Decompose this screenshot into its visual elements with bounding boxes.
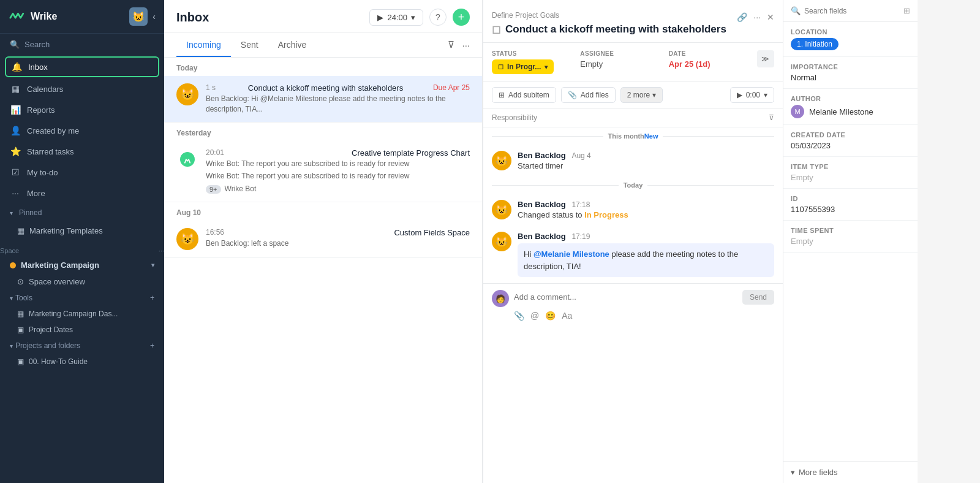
calendar-icon: ▦	[10, 84, 21, 94]
link-icon[interactable]: 🔗	[737, 12, 747, 22]
field-item-type: Item type Empty	[783, 157, 918, 189]
more-actions-button[interactable]: 2 more ▾	[620, 87, 663, 103]
message-content: 16:56 Custom Fields Space Ben Backlog: l…	[206, 228, 470, 250]
activity-item: 😺 Ben Backlog 17:19 Hi @Melanie Mileston…	[483, 226, 783, 283]
sidebar-item-inbox[interactable]: 🔔 Inbox	[5, 56, 159, 77]
activity-user: Ben Backlog	[518, 200, 566, 209]
add-files-button[interactable]: 📎 Add files	[561, 87, 616, 103]
project-icon: ▣	[17, 357, 24, 366]
field-location: Location 1. Initiation	[783, 22, 918, 57]
mention-icon[interactable]: @	[530, 311, 539, 321]
sidebar-item-calendars[interactable]: ▦ Calendars	[0, 78, 164, 99]
font-size-icon[interactable]: Aa	[562, 311, 572, 321]
comment-tools: 📎 @ 😊 Aa	[492, 307, 774, 321]
sidebar-item-reports[interactable]: 📊 Reports	[0, 99, 164, 120]
status-value: In Progr...	[507, 63, 541, 71]
date-header-aug10: Aug 10	[164, 202, 482, 221]
activity-content: Ben Backlog Aug 4 Started timer	[518, 151, 774, 170]
chevron-down-icon: ▾	[545, 64, 548, 70]
date-value[interactable]: Apr 25 (1d)	[669, 59, 751, 69]
add-button[interactable]: +	[453, 9, 470, 26]
sidebar-item-more[interactable]: ··· More	[0, 183, 164, 203]
message-content: 20:01 Creative template Progress Chart W…	[206, 148, 470, 194]
search-icon: 🔍	[10, 40, 20, 49]
paperclip-icon: 📎	[568, 91, 577, 99]
pinned-label: Pinned	[19, 208, 42, 217]
main-header: Inbox ▶ 24:00 ▾ ? +	[164, 0, 482, 32]
message-task: Creative template Progress Chart	[352, 148, 470, 158]
comment-input-area: 🧑 Send 📎 @ 😊 Aa	[483, 283, 783, 327]
main-content: Inbox ▶ 24:00 ▾ ? + Incoming Sent Archiv…	[164, 0, 483, 483]
fields-search: 🔍 ⊞	[783, 0, 918, 22]
chevron-down-icon: ▾	[10, 295, 13, 302]
activity-time: 17:19	[571, 232, 590, 241]
sidebar-item-dashboard[interactable]: ▦ Marketing Campaign Das...	[0, 306, 164, 322]
filter-icon[interactable]: ⊽	[448, 39, 454, 50]
fields-search-input[interactable]	[804, 7, 900, 15]
close-icon[interactable]: ✕	[767, 12, 774, 22]
inbox-tabs: Incoming Sent Archive ⊽ ···	[164, 32, 482, 58]
tools-section-header: ▾ Tools +	[0, 290, 164, 306]
inbox-messages: Today 😺 1 s Conduct a kickoff meeting wi…	[164, 58, 482, 483]
sidebar-item-starred-tasks[interactable]: ⭐ Starred tasks	[0, 141, 164, 162]
sidebar-item-space-overview[interactable]: ⊙ Space overview	[0, 273, 164, 290]
date-header-today: Today	[164, 58, 482, 76]
send-button[interactable]: Send	[742, 290, 774, 305]
user-avatar[interactable]: 😺	[129, 7, 148, 26]
expand-button[interactable]: ≫	[757, 50, 774, 67]
message-preview: Ben Backlog: Hi @Melanie Milestone pleas…	[206, 94, 470, 115]
message-item[interactable]: 😺 1 s Conduct a kickoff meeting with sta…	[164, 76, 482, 123]
chevron-down-icon: ▾	[10, 210, 13, 216]
timer-button[interactable]: ▶ 0:00 ▾	[730, 87, 774, 103]
chevron-down-icon: ▾	[652, 91, 656, 99]
timer-button[interactable]: ▶ 24:00 ▾	[369, 9, 423, 26]
activity-time: 17:18	[571, 200, 590, 209]
message-time: 1 s	[206, 83, 216, 92]
location-value[interactable]: 1. Initiation	[791, 38, 910, 50]
emoji-icon[interactable]: 😊	[545, 311, 556, 321]
activity-avatar: 😺	[492, 200, 511, 219]
message-time: 16:56	[206, 228, 224, 237]
message-preview: Ben Backlog: left a space	[206, 238, 470, 249]
sidebar-item-project-dates[interactable]: ▣ Project Dates	[0, 322, 164, 338]
attachment-icon[interactable]: 📎	[514, 311, 524, 321]
star-icon: ⭐	[10, 146, 21, 156]
more-options-icon[interactable]: ···	[462, 40, 470, 50]
sidebar-collapse-button[interactable]: ‹	[153, 12, 156, 21]
filter-icon[interactable]: ⊽	[769, 113, 774, 122]
mention: @Melanie Milestone	[533, 249, 609, 259]
activity-item: 😺 Ben Backlog Aug 4 Started timer	[483, 145, 783, 177]
field-time-spent: Time spent Empty	[783, 221, 918, 253]
activity-highlighted-comment: Hi @Melanie Milestone please add the mee…	[518, 243, 774, 277]
task-checkbox[interactable]: ☐	[492, 25, 500, 36]
help-button[interactable]: ?	[429, 9, 447, 26]
activity-text: Started timer	[518, 161, 774, 170]
message-item[interactable]: 😺 16:56 Custom Fields Space Ben Backlog:…	[164, 221, 482, 258]
sidebar-item-created-by-me[interactable]: 👤 Created by me	[0, 120, 164, 141]
tab-incoming[interactable]: Incoming	[176, 32, 231, 57]
sidebar-header: wrike 😺 ‹	[0, 0, 164, 34]
comment-input[interactable]	[514, 290, 737, 304]
space-more-icon[interactable]: ···	[159, 247, 164, 254]
time-spent-value: Empty	[791, 237, 910, 246]
sidebar-item-how-to-guide[interactable]: ▣ 00. How-To Guide	[0, 354, 164, 370]
inbox-tab-actions: ⊽ ···	[448, 39, 470, 50]
pinned-section-header[interactable]: ▾ Pinned	[0, 203, 164, 222]
add-tool-icon[interactable]: +	[150, 294, 154, 302]
folder-icon: ▦	[17, 226, 24, 235]
message-item[interactable]: 20:01 Creative template Progress Chart W…	[164, 141, 482, 202]
more-fields-button[interactable]: ▾ More fields	[783, 461, 918, 483]
sidebar-item-marketing-campaign[interactable]: Marketing Campaign ▾	[0, 257, 164, 273]
tab-sent[interactable]: Sent	[231, 32, 268, 57]
tab-archive[interactable]: Archive	[268, 32, 317, 57]
status-badge[interactable]: ☐ In Progr... ▾	[492, 59, 554, 74]
more-options-icon[interactable]: ···	[753, 12, 761, 22]
field-importance: Importance Normal	[783, 57, 918, 89]
add-project-icon[interactable]: +	[150, 341, 154, 350]
fields-filter-icon[interactable]: ⊞	[903, 6, 910, 15]
sidebar-item-my-todo[interactable]: ☑ My to-do	[0, 162, 164, 183]
search-button[interactable]: 🔍 Search	[0, 34, 164, 55]
sidebar-item-marketing-templates[interactable]: ▦ Marketing Templates	[0, 222, 164, 240]
add-subitem-button[interactable]: ⊞ Add subitem	[492, 87, 556, 103]
dashboard-icon: ▦	[17, 310, 24, 318]
